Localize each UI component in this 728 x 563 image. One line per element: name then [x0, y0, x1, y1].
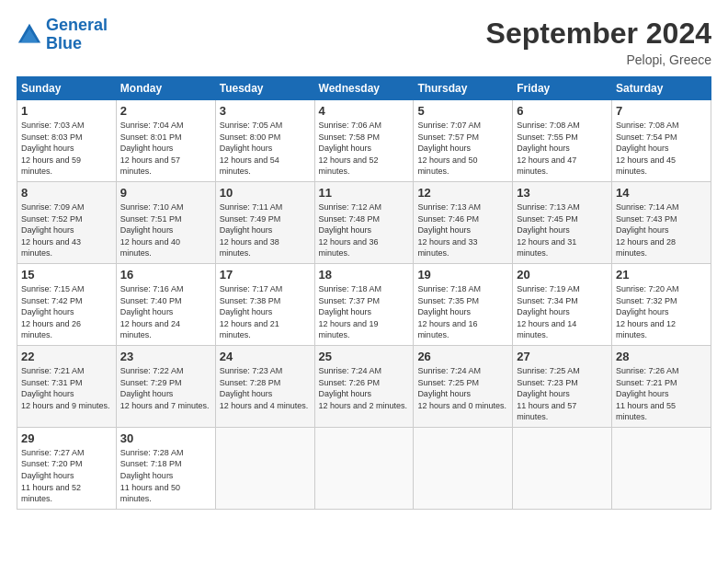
logo: General Blue: [17, 17, 108, 53]
calendar-cell: 17Sunrise: 7:17 AMSunset: 7:38 PMDayligh…: [215, 263, 314, 345]
day-info: Sunrise: 7:18 AMSunset: 7:35 PMDaylight …: [417, 283, 508, 341]
day-number: 11: [319, 186, 410, 200]
day-header-saturday: Saturday: [612, 77, 711, 100]
calendar-cell: [612, 427, 711, 509]
calendar-cell: 26Sunrise: 7:24 AMSunset: 7:25 PMDayligh…: [414, 345, 513, 427]
day-info: Sunrise: 7:17 AMSunset: 7:38 PMDaylight …: [220, 283, 311, 341]
day-number: 7: [616, 104, 707, 118]
location: Pelopi, Greece: [486, 52, 711, 67]
calendar-cell: 29Sunrise: 7:27 AMSunset: 7:20 PMDayligh…: [17, 427, 117, 509]
day-info: Sunrise: 7:06 AMSunset: 7:58 PMDaylight …: [319, 120, 410, 178]
day-header-wednesday: Wednesday: [314, 77, 414, 100]
calendar-cell: 5Sunrise: 7:07 AMSunset: 7:57 PMDaylight…: [414, 100, 513, 182]
calendar-cell: 10Sunrise: 7:11 AMSunset: 7:49 PMDayligh…: [215, 181, 314, 263]
calendar-cell: 12Sunrise: 7:13 AMSunset: 7:46 PMDayligh…: [414, 181, 513, 263]
day-info: Sunrise: 7:21 AMSunset: 7:31 PMDaylight …: [21, 365, 112, 411]
week-row-2: 8Sunrise: 7:09 AMSunset: 7:52 PMDaylight…: [17, 181, 711, 263]
day-header-tuesday: Tuesday: [215, 77, 314, 100]
day-number: 8: [21, 186, 112, 200]
day-number: 10: [220, 186, 311, 200]
calendar-cell: 15Sunrise: 7:15 AMSunset: 7:42 PMDayligh…: [17, 263, 117, 345]
day-number: 5: [417, 104, 508, 118]
day-number: 3: [220, 104, 311, 118]
day-info: Sunrise: 7:22 AMSunset: 7:29 PMDaylight …: [120, 365, 211, 411]
week-row-3: 15Sunrise: 7:15 AMSunset: 7:42 PMDayligh…: [17, 263, 711, 345]
day-number: 23: [120, 350, 211, 363]
calendar-cell: [513, 427, 612, 509]
calendar-cell: 28Sunrise: 7:26 AMSunset: 7:21 PMDayligh…: [612, 345, 711, 427]
calendar-cell: 3Sunrise: 7:05 AMSunset: 8:00 PMDaylight…: [215, 100, 314, 182]
day-info: Sunrise: 7:11 AMSunset: 7:49 PMDaylight …: [220, 201, 311, 259]
calendar-table: SundayMondayTuesdayWednesdayThursdayFrid…: [17, 76, 711, 510]
day-info: Sunrise: 7:15 AMSunset: 7:42 PMDaylight …: [21, 283, 112, 341]
week-row-4: 22Sunrise: 7:21 AMSunset: 7:31 PMDayligh…: [17, 345, 711, 427]
day-info: Sunrise: 7:13 AMSunset: 7:45 PMDaylight …: [517, 201, 608, 259]
logo-general: General: [46, 16, 108, 34]
day-number: 25: [319, 350, 410, 363]
day-info: Sunrise: 7:09 AMSunset: 7:52 PMDaylight …: [21, 201, 112, 259]
day-info: Sunrise: 7:05 AMSunset: 8:00 PMDaylight …: [220, 120, 311, 178]
title-block: September 2024 Pelopi, Greece: [486, 17, 711, 67]
logo-text: General Blue: [46, 17, 108, 53]
day-number: 16: [120, 268, 211, 282]
month-title: September 2024: [486, 17, 711, 51]
day-info: Sunrise: 7:26 AMSunset: 7:21 PMDaylight …: [616, 365, 707, 423]
calendar-cell: 1Sunrise: 7:03 AMSunset: 8:03 PMDaylight…: [17, 100, 117, 182]
day-info: Sunrise: 7:08 AMSunset: 7:55 PMDaylight …: [517, 120, 608, 178]
day-info: Sunrise: 7:13 AMSunset: 7:46 PMDaylight …: [417, 201, 508, 259]
logo-blue: Blue: [46, 34, 82, 52]
day-number: 4: [319, 104, 410, 118]
day-number: 24: [220, 350, 311, 363]
day-info: Sunrise: 7:07 AMSunset: 7:57 PMDaylight …: [417, 120, 508, 178]
day-info: Sunrise: 7:18 AMSunset: 7:37 PMDaylight …: [319, 283, 410, 341]
header: General Blue September 2024 Pelopi, Gree…: [17, 17, 711, 67]
day-info: Sunrise: 7:12 AMSunset: 7:48 PMDaylight …: [319, 201, 410, 259]
week-row-1: 1Sunrise: 7:03 AMSunset: 8:03 PMDaylight…: [17, 100, 711, 182]
day-number: 26: [417, 350, 508, 363]
day-number: 9: [120, 186, 211, 200]
calendar-cell: 18Sunrise: 7:18 AMSunset: 7:37 PMDayligh…: [314, 263, 414, 345]
day-info: Sunrise: 7:23 AMSunset: 7:28 PMDaylight …: [220, 365, 311, 411]
calendar-cell: [414, 427, 513, 509]
day-info: Sunrise: 7:24 AMSunset: 7:26 PMDaylight …: [319, 365, 410, 411]
day-header-thursday: Thursday: [414, 77, 513, 100]
calendar-cell: 4Sunrise: 7:06 AMSunset: 7:58 PMDaylight…: [314, 100, 414, 182]
day-number: 6: [517, 104, 608, 118]
day-number: 21: [616, 268, 707, 282]
calendar-cell: 21Sunrise: 7:20 AMSunset: 7:32 PMDayligh…: [612, 263, 711, 345]
day-number: 17: [220, 268, 311, 282]
calendar-cell: 27Sunrise: 7:25 AMSunset: 7:23 PMDayligh…: [513, 345, 612, 427]
day-info: Sunrise: 7:04 AMSunset: 8:01 PMDaylight …: [120, 120, 211, 178]
day-info: Sunrise: 7:24 AMSunset: 7:25 PMDaylight …: [417, 365, 508, 411]
day-number: 18: [319, 268, 410, 282]
calendar-cell: 16Sunrise: 7:16 AMSunset: 7:40 PMDayligh…: [116, 263, 215, 345]
week-row-5: 29Sunrise: 7:27 AMSunset: 7:20 PMDayligh…: [17, 427, 711, 509]
calendar-cell: [215, 427, 314, 509]
calendar-cell: 9Sunrise: 7:10 AMSunset: 7:51 PMDaylight…: [116, 181, 215, 263]
page: General Blue September 2024 Pelopi, Gree…: [0, 0, 728, 563]
calendar-cell: 11Sunrise: 7:12 AMSunset: 7:48 PMDayligh…: [314, 181, 414, 263]
calendar-cell: 14Sunrise: 7:14 AMSunset: 7:43 PMDayligh…: [612, 181, 711, 263]
calendar-cell: 30Sunrise: 7:28 AMSunset: 7:18 PMDayligh…: [116, 427, 215, 509]
day-number: 13: [517, 186, 608, 200]
calendar-cell: 6Sunrise: 7:08 AMSunset: 7:55 PMDaylight…: [513, 100, 612, 182]
day-info: Sunrise: 7:10 AMSunset: 7:51 PMDaylight …: [120, 201, 211, 259]
day-info: Sunrise: 7:19 AMSunset: 7:34 PMDaylight …: [517, 283, 608, 341]
day-info: Sunrise: 7:16 AMSunset: 7:40 PMDaylight …: [120, 283, 211, 341]
day-header-sunday: Sunday: [17, 77, 117, 100]
calendar-cell: 7Sunrise: 7:08 AMSunset: 7:54 PMDaylight…: [612, 100, 711, 182]
day-info: Sunrise: 7:20 AMSunset: 7:32 PMDaylight …: [616, 283, 707, 341]
day-header-monday: Monday: [116, 77, 215, 100]
day-number: 1: [21, 104, 112, 118]
calendar-cell: 23Sunrise: 7:22 AMSunset: 7:29 PMDayligh…: [116, 345, 215, 427]
day-info: Sunrise: 7:14 AMSunset: 7:43 PMDaylight …: [616, 201, 707, 259]
calendar-cell: 19Sunrise: 7:18 AMSunset: 7:35 PMDayligh…: [414, 263, 513, 345]
day-number: 12: [417, 186, 508, 200]
day-number: 30: [120, 431, 211, 445]
day-info: Sunrise: 7:03 AMSunset: 8:03 PMDaylight …: [21, 120, 112, 178]
day-number: 19: [417, 268, 508, 282]
day-number: 29: [21, 431, 112, 445]
calendar-cell: 20Sunrise: 7:19 AMSunset: 7:34 PMDayligh…: [513, 263, 612, 345]
day-number: 28: [616, 350, 707, 363]
calendar-cell: 13Sunrise: 7:13 AMSunset: 7:45 PMDayligh…: [513, 181, 612, 263]
